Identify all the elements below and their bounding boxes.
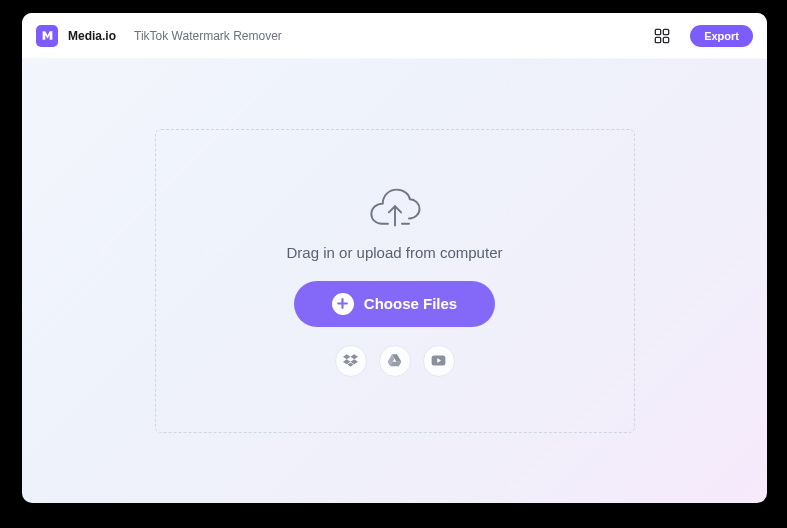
media-io-logo-icon (41, 29, 54, 42)
brand-logo[interactable] (36, 25, 58, 47)
dropzone-prompt: Drag in or upload from computer (287, 244, 503, 261)
brand-name: Media.io (68, 29, 116, 43)
svg-rect-2 (655, 37, 660, 42)
tool-title: TikTok Watermark Remover (134, 29, 282, 43)
svg-rect-1 (663, 29, 668, 34)
upload-dropzone[interactable]: Drag in or upload from computer Choose F… (155, 129, 635, 433)
plus-icon (332, 293, 354, 315)
cloud-upload-icon (367, 186, 423, 230)
app-window: Media.io TikTok Watermark Remover Export… (22, 13, 767, 503)
main-area: Drag in or upload from computer Choose F… (22, 59, 767, 503)
apps-menu-button[interactable] (654, 28, 670, 44)
google-drive-button[interactable] (379, 345, 411, 377)
choose-files-label: Choose Files (364, 295, 457, 312)
export-button[interactable]: Export (690, 25, 753, 47)
header: Media.io TikTok Watermark Remover Export (22, 13, 767, 59)
apps-grid-icon (654, 28, 670, 44)
google-drive-icon (387, 353, 402, 368)
youtube-button[interactable] (423, 345, 455, 377)
youtube-icon (431, 353, 446, 368)
svg-rect-0 (655, 29, 660, 34)
dropbox-icon (343, 353, 358, 368)
svg-rect-3 (663, 37, 668, 42)
choose-files-button[interactable]: Choose Files (294, 281, 495, 327)
cloud-sources-row (335, 345, 455, 377)
dropbox-button[interactable] (335, 345, 367, 377)
